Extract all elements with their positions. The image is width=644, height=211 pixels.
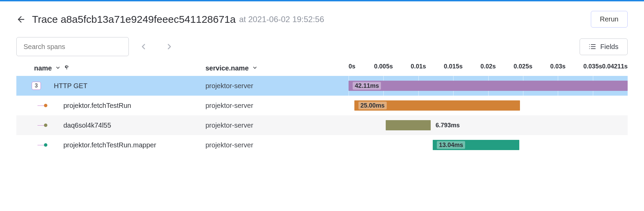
svg-point-2: [589, 46, 590, 47]
span-row[interactable]: daq6sol4k74l55projektor-server6.793ms: [16, 115, 628, 135]
span-color-dot: [44, 143, 47, 147]
span-name: projektor.fetchTestRun.mapper: [54, 141, 156, 149]
back-button[interactable]: [16, 15, 26, 24]
span-name: daq6sol4k74l55: [54, 121, 111, 129]
filter-icon: [64, 64, 70, 72]
prev-span-button[interactable]: [136, 39, 151, 54]
fields-icon: [589, 44, 596, 50]
timeline-tick: 0.015s: [444, 63, 463, 70]
page-header: Trace a8a5fcb13a71e9249feeec541128671a a…: [0, 1, 644, 37]
toolbar: Fields: [0, 37, 644, 63]
svg-point-1: [589, 44, 590, 45]
span-row[interactable]: projektor.fetchTestRunprojektor-server25…: [16, 96, 628, 115]
timeline-tick: 0.04211s: [602, 63, 628, 70]
span-name-cell: 3HTTP GET: [16, 82, 205, 90]
span-color-dot: [44, 104, 47, 107]
trace-timestamp: at 2021-06-02 19:52:56: [239, 15, 324, 24]
sort-icon: [252, 64, 258, 72]
rerun-button[interactable]: Rerun: [591, 11, 628, 28]
span-waterfall: 42.11ms: [349, 76, 628, 96]
duration-bar: [386, 120, 431, 130]
sort-icon: [55, 64, 61, 72]
span-name-cell: projektor.fetchTestRun.mapper: [16, 141, 205, 149]
timeline-tick: 0.025s: [513, 63, 532, 70]
child-count-badge[interactable]: 3: [32, 82, 41, 90]
next-span-button[interactable]: [162, 39, 177, 54]
duration-label: 42.11ms: [353, 82, 381, 90]
span-color-dot: [44, 124, 47, 127]
page-title: Trace a8a5fcb13a71e9249feeec541128671a: [32, 14, 236, 25]
span-service: projektor-server: [205, 121, 349, 129]
span-row[interactable]: projektor.fetchTestRun.mapperprojektor-s…: [16, 135, 628, 155]
table-header: name service.name 0s0.005s0.01s0.015s0.0…: [16, 63, 628, 73]
timeline-header: 0s0.005s0.01s0.015s0.02s0.025s0.03s0.035…: [349, 63, 628, 73]
span-name-cell: projektor.fetchTestRun: [16, 102, 205, 110]
span-name: HTTP GET: [54, 82, 88, 90]
span-row[interactable]: 3HTTP GETprojektor-server42.11ms: [16, 76, 628, 96]
svg-point-7: [65, 66, 68, 67]
span-service: projektor-server: [205, 82, 349, 90]
trace-id: a8a5fcb13a71e9249feeec541128671a: [61, 14, 236, 25]
fields-button[interactable]: Fields: [580, 38, 628, 55]
svg-point-3: [589, 48, 590, 49]
search-input[interactable]: [16, 37, 129, 56]
duration-bar: [349, 81, 628, 91]
title-prefix: Trace: [32, 14, 58, 25]
timeline-tick: 0s: [349, 63, 355, 70]
search-field[interactable]: [23, 43, 122, 51]
span-name: projektor.fetchTestRun: [54, 102, 131, 110]
spans-table: name service.name 0s0.005s0.01s0.015s0.0…: [0, 63, 644, 155]
timeline-tick: 0.01s: [411, 63, 426, 70]
column-name[interactable]: name: [16, 64, 205, 72]
span-waterfall: 13.04ms: [349, 135, 628, 155]
span-waterfall: 25.00ms: [349, 96, 628, 115]
span-waterfall: 6.793ms: [349, 115, 628, 135]
timeline-tick: 0.035s: [583, 63, 602, 70]
table-rows: 3HTTP GETprojektor-server42.11msprojekto…: [16, 76, 628, 155]
duration-label: 6.793ms: [433, 121, 462, 129]
duration-label: 25.00ms: [358, 102, 387, 110]
duration-label: 13.04ms: [437, 141, 465, 149]
timeline-tick: 0.03s: [550, 63, 566, 70]
span-service: projektor-server: [205, 102, 349, 110]
timeline-tick: 0.005s: [374, 63, 393, 70]
column-service[interactable]: service.name: [205, 64, 349, 72]
span-service: projektor-server: [205, 141, 349, 149]
span-name-cell: daq6sol4k74l55: [16, 121, 205, 129]
timeline-tick: 0.02s: [480, 63, 496, 70]
